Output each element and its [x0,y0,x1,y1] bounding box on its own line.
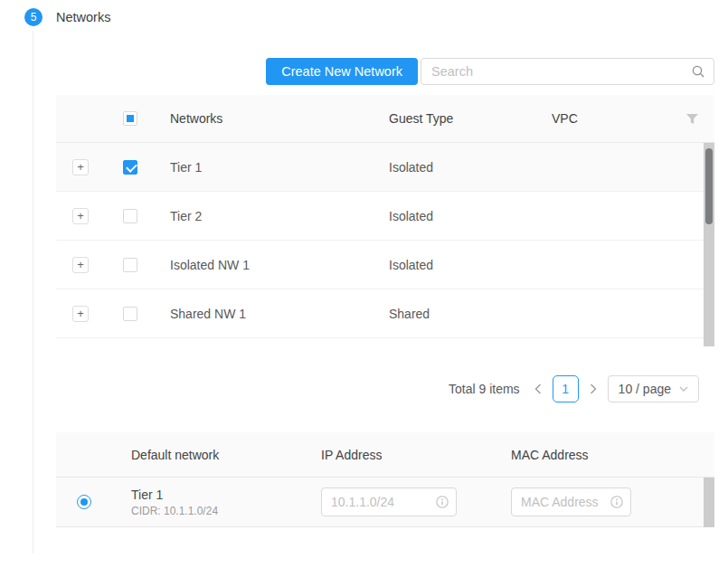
row-checkbox[interactable] [123,307,137,321]
expand-row-button[interactable]: + [72,306,89,322]
network-name: Isolated NW 1 [165,258,383,272]
expand-row-button[interactable]: + [72,159,89,175]
default-network-name: Tier 1 [131,488,321,502]
guest-type: Isolated [383,209,546,223]
scrollbar-thumb[interactable] [705,148,713,224]
mac-address-field [511,488,631,516]
step-title: Networks [56,10,110,24]
networks-table-header: Networks Guest Type VPC [56,95,714,143]
table-row[interactable]: + Isolated NW 1 Isolated [56,241,714,289]
expand-row-button[interactable]: + [72,257,89,273]
column-header-ip-address: IP Address [321,448,511,462]
default-network-row[interactable]: Tier 1 CIDR: 10.1.1.0/24 [56,478,714,527]
networks-step-page: 5 Networks Create New Network Networks G… [0,0,728,568]
pagination-prev-button[interactable] [531,375,545,402]
default-network-table: Default network IP Address MAC Address T… [56,432,714,527]
column-header-vpc: VPC [546,111,682,126]
ip-address-field [321,488,457,516]
step-header: 5 Networks [24,8,110,26]
toolbar: Create New Network [56,58,714,85]
network-name: Tier 1 [165,160,383,175]
guest-type: Isolated [383,160,546,175]
scrollbar-track[interactable] [704,478,714,527]
column-header-mac-address: MAC Address [511,448,714,462]
network-name: Shared NW 1 [165,307,383,321]
select-all-checkbox[interactable] [123,111,137,126]
default-network-radio[interactable] [77,495,91,509]
network-name: Tier 2 [165,209,383,223]
step-number-badge: 5 [24,8,43,26]
networks-table: Networks Guest Type VPC + Tier 1 Isolate… [56,95,714,346]
pagination-next-button[interactable] [586,375,600,402]
pagination-total: Total 9 items [449,382,520,396]
search-box [421,58,714,85]
create-network-button[interactable]: Create New Network [266,58,418,85]
page-size-select[interactable]: 10 / page [608,375,699,402]
table-row[interactable]: + Tier 2 Isolated [56,192,714,241]
row-checkbox[interactable] [123,258,137,272]
search-icon [692,65,704,78]
guest-type: Isolated [383,258,546,272]
info-icon [436,496,449,508]
search-input[interactable] [421,58,714,85]
select-all-cell [114,111,165,126]
row-checkbox[interactable] [123,160,137,175]
pagination: Total 9 items 1 10 / page [56,374,714,403]
step-connector-line [33,31,33,554]
pagination-page-1[interactable]: 1 [553,375,579,402]
page-size-value: 10 / page [619,382,671,396]
scrollbar-track[interactable] [704,143,714,346]
column-header-default-network: Default network [131,448,321,462]
default-network-table-header: Default network IP Address MAC Address [56,432,714,478]
step-content: Create New Network Networks Guest Type V… [56,58,714,527]
info-icon [610,496,623,508]
row-checkbox[interactable] [123,209,137,223]
column-header-guest-type: Guest Type [383,111,546,126]
guest-type: Shared [383,307,546,321]
default-network-cidr: CIDR: 10.1.1.0/24 [131,505,321,517]
expand-row-button[interactable]: + [72,208,89,224]
filter-icon[interactable] [682,113,714,125]
column-header-networks: Networks [165,111,383,126]
table-row[interactable]: + Tier 1 Isolated [56,143,714,192]
networks-table-body: + Tier 1 Isolated + [56,143,714,346]
chevron-down-icon [679,386,688,392]
table-row[interactable]: + Shared NW 1 Shared [56,289,714,338]
